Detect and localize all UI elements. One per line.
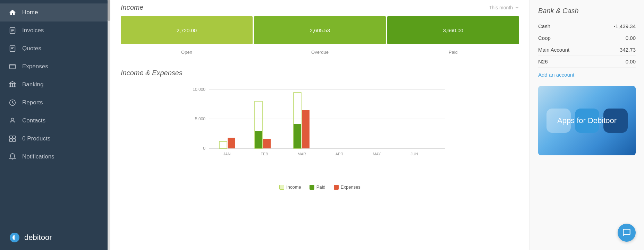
apps-card-label: Apps for Debitoor — [538, 116, 636, 125]
svg-text:MAY: MAY — [373, 152, 381, 156]
svg-text:10,000: 10,000 — [193, 87, 205, 92]
sidebar-item-banking[interactable]: Banking — [0, 76, 108, 94]
bank-account-main: Main Account — [538, 47, 569, 53]
sidebar-item-home[interactable]: Home — [0, 3, 108, 21]
legend-item-expenses: Expenses — [334, 184, 361, 190]
svg-rect-11 — [12, 84, 13, 86]
bar-chart: 10,000 5,000 0 — [121, 83, 519, 180]
add-account-link[interactable]: Add an account — [538, 72, 636, 78]
period-selector[interactable]: This month — [489, 5, 519, 10]
chevron-down-icon — [515, 6, 519, 10]
chat-icon — [622, 228, 631, 237]
sidebar-label-home: Home — [22, 9, 38, 16]
quotes-icon — [8, 44, 17, 53]
bank-row-main: Main Account 342.73 — [538, 44, 636, 56]
bank-section: Bank & Cash Cash -1,439.34 Coop 0.00 Mai… — [538, 7, 636, 78]
sidebar-label-expenses: Expenses — [22, 63, 48, 70]
bank-amount-n26: 0.00 — [626, 59, 636, 64]
income-paid-value: 3,660.00 — [443, 27, 463, 33]
sidebar-item-quotes[interactable]: Quotes — [0, 40, 108, 58]
svg-marker-9 — [9, 81, 16, 84]
section-divider — [121, 62, 519, 62]
income-overdue-value: 2,605.53 — [310, 27, 330, 33]
svg-text:APR: APR — [336, 152, 344, 156]
svg-rect-7 — [10, 64, 16, 69]
mar-paid-bar — [294, 124, 301, 148]
sidebar-item-expenses[interactable]: Expenses — [0, 58, 108, 76]
bank-amount-coop: 0.00 — [626, 35, 636, 41]
scrollbar-track[interactable] — [108, 0, 110, 250]
sidebar-label-notifications: Notifications — [22, 153, 54, 160]
sidebar-item-notifications[interactable]: Notifications — [0, 148, 108, 166]
income-bars: 2,720.00 2,605.53 3,660.00 — [121, 16, 519, 44]
debitoor-logo-icon — [8, 231, 21, 244]
svg-text:0: 0 — [203, 146, 205, 151]
svg-rect-17 — [13, 136, 15, 138]
sidebar-label-invoices: Invoices — [22, 27, 44, 34]
right-panel: Bank & Cash Cash -1,439.34 Coop 0.00 Mai… — [529, 0, 644, 250]
invoices-icon — [8, 26, 17, 35]
legend-box-paid — [310, 185, 314, 190]
sidebar-item-contacts[interactable]: Contacts — [0, 112, 108, 130]
mar-expenses-bar — [302, 110, 310, 148]
income-label-open: Open — [121, 48, 253, 55]
income-header: Income This month — [121, 0, 519, 11]
bank-amount-main: 342.73 — [620, 47, 636, 53]
legend-label-paid: Paid — [316, 184, 325, 190]
income-labels: Open Overdue Paid — [121, 48, 519, 55]
svg-text:FEB: FEB — [261, 152, 268, 156]
svg-rect-18 — [10, 139, 12, 141]
chart-section: Income & Expenses 10,000 5,000 0 — [121, 69, 519, 190]
main-content: Income This month 2,720.00 2,605.53 3,66… — [110, 0, 529, 250]
bank-account-n26: N26 — [538, 59, 548, 64]
bank-account-cash: Cash — [538, 23, 550, 29]
income-bar-open: 2,720.00 — [121, 16, 253, 44]
bank-title: Bank & Cash — [538, 7, 636, 15]
income-bar-overdue: 2,605.53 — [254, 16, 386, 44]
legend-box-expenses — [334, 185, 339, 190]
sidebar-label-banking: Banking — [22, 81, 43, 88]
banking-icon — [8, 80, 17, 89]
income-open-value: 2,720.00 — [177, 27, 197, 33]
sidebar-label-reports: Reports — [22, 99, 43, 106]
svg-text:JUN: JUN — [410, 152, 418, 156]
bank-row-cash: Cash -1,439.34 — [538, 20, 636, 32]
sidebar-item-products[interactable]: 0 Products — [0, 130, 108, 148]
chart-area: 10,000 5,000 0 — [121, 83, 519, 181]
legend-label-income: Income — [286, 184, 301, 190]
income-bar-paid: 3,660.00 — [387, 16, 519, 44]
home-icon — [8, 8, 17, 17]
svg-text:5,000: 5,000 — [195, 117, 205, 121]
feb-expenses-bar — [263, 139, 271, 148]
bank-row-n26: N26 0.00 — [538, 56, 636, 68]
chat-button[interactable] — [618, 224, 636, 242]
income-title: Income — [121, 3, 144, 11]
period-label: This month — [489, 5, 513, 10]
sidebar-item-reports[interactable]: Reports — [0, 94, 108, 112]
jan-income-bar — [219, 141, 227, 148]
sidebar-label-products: 0 Products — [22, 135, 50, 142]
sidebar-nav: Home Invoices Quotes Expenses Banking — [0, 0, 108, 225]
jan-expenses-bar — [228, 138, 235, 148]
contacts-icon — [8, 117, 17, 125]
svg-rect-10 — [10, 84, 11, 86]
products-icon — [8, 135, 17, 143]
bank-row-coop: Coop 0.00 — [538, 32, 636, 44]
logo-text: debitoor — [24, 233, 52, 242]
svg-rect-19 — [13, 139, 15, 141]
apps-card[interactable]: Apps for Debitoor — [538, 86, 636, 155]
svg-text:JAN: JAN — [223, 152, 231, 156]
income-label-paid: Paid — [387, 48, 519, 55]
scrollbar-thumb[interactable] — [108, 0, 110, 21]
notifications-icon — [8, 153, 17, 161]
legend-item-income: Income — [279, 184, 301, 190]
sidebar-item-invoices[interactable]: Invoices — [0, 21, 108, 40]
chart-title: Income & Expenses — [121, 69, 519, 77]
bank-amount-cash: -1,439.34 — [614, 23, 636, 29]
svg-rect-16 — [10, 136, 12, 138]
sidebar-label-contacts: Contacts — [22, 117, 45, 124]
legend-label-expenses: Expenses — [341, 184, 361, 190]
reports-icon — [8, 98, 17, 107]
sidebar: Home Invoices Quotes Expenses Banking — [0, 0, 108, 250]
chart-legend: Income Paid Expenses — [121, 184, 519, 190]
